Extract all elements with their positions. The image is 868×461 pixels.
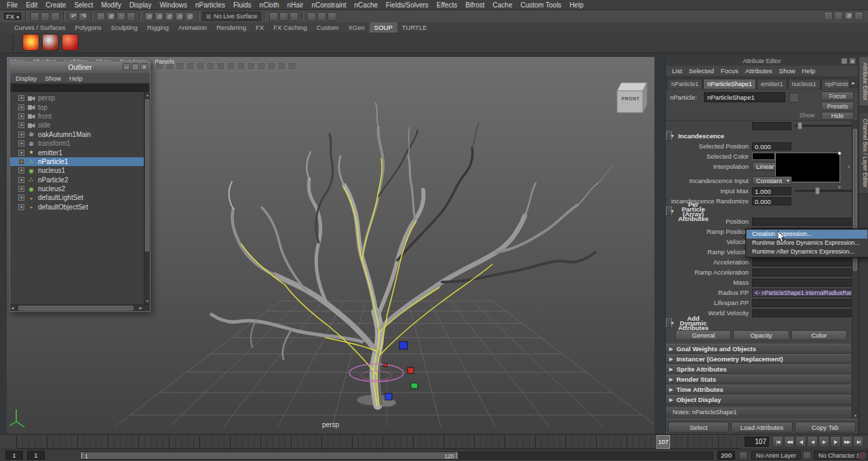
ae-menu-help[interactable]: Help xyxy=(799,67,819,75)
outliner-item-oakautumn1main[interactable]: ⊕ oakAutumn1Main xyxy=(10,130,150,139)
instancer-section-header[interactable]: Instancer (Geometry Replacement) xyxy=(666,354,851,364)
menu-create[interactable]: Create xyxy=(41,0,70,10)
outliner-titlebar[interactable]: Outliner xyxy=(10,62,150,73)
scroll-right-icon[interactable] xyxy=(139,306,142,310)
range-slider-track[interactable]: 1 120 xyxy=(80,452,713,460)
maximize-icon[interactable] xyxy=(841,58,848,64)
shelf-tab-custom[interactable]: Custom xyxy=(312,22,344,33)
outliner-item-nparticle1[interactable]: ∴ nParticle1 xyxy=(10,157,150,166)
world-velocity-field[interactable] xyxy=(752,309,852,317)
menu-select[interactable]: Select xyxy=(70,0,97,10)
animation-end-field[interactable]: 200 xyxy=(717,451,735,460)
shelf-tab-polygons[interactable]: Polygons xyxy=(71,22,106,33)
mass-field[interactable] xyxy=(752,279,852,287)
expand-icon[interactable] xyxy=(18,95,24,101)
outliner-item-emitter1[interactable]: ★ emitter1 xyxy=(10,148,150,157)
scroll-left-icon[interactable] xyxy=(11,306,14,310)
live-surface-indicator[interactable]: No Live Surface xyxy=(202,12,261,21)
save-scene-icon[interactable] xyxy=(51,12,60,21)
close-icon[interactable] xyxy=(140,63,148,71)
attribute-editor-titlebar[interactable]: Attribute Editor xyxy=(666,57,858,66)
shelf-tab-sculpting[interactable]: Sculpting xyxy=(106,22,142,33)
outliner-item-defaultobjectset[interactable]: ◒ defaultObjectSet xyxy=(10,203,150,212)
sidebar-tab-channel-box[interactable]: Channel Box / Layer Editor xyxy=(859,113,868,194)
scroll-up-icon[interactable] xyxy=(144,92,150,98)
tab-nparticle1[interactable]: nParticle1 xyxy=(667,79,703,89)
snap-to-viewplane-icon[interactable] xyxy=(185,12,194,21)
per-particle-section-header[interactable]: Per Particle (Array) Attributes xyxy=(666,206,672,216)
step-back-key-button[interactable]: ◀◀ xyxy=(784,436,795,447)
time-slider[interactable]: 107 107 |◀ ◀◀ ◀| ◀ ▶ |▶ ▶▶ ▶| xyxy=(0,434,868,449)
view-cube[interactable]: FRONT xyxy=(616,81,650,118)
menu-ncloth[interactable]: nCloth xyxy=(256,0,283,10)
incandescence-section-header[interactable]: Incandescence xyxy=(666,131,672,141)
ae-menu-attributes[interactable]: Attributes xyxy=(742,67,776,75)
add-dynamic-attributes-header[interactable]: Add Dynamic Attributes xyxy=(666,318,672,328)
outliner-item-defaultlightset[interactable]: ◒ defaultLightSet xyxy=(10,193,150,202)
selection-mask-render-icon[interactable] xyxy=(127,12,136,21)
ae-menu-selected[interactable]: Selected xyxy=(686,67,717,75)
selection-mask-hierarchy-icon[interactable] xyxy=(96,12,105,21)
expand-icon[interactable] xyxy=(18,195,24,201)
new-scene-icon[interactable] xyxy=(31,12,39,21)
attribute-value-field[interactable] xyxy=(752,122,791,130)
select-button[interactable]: Select xyxy=(668,422,729,433)
menu-display[interactable]: Display xyxy=(125,0,156,10)
step-back-frame-button[interactable]: ◀| xyxy=(795,436,806,447)
render-settings-icon[interactable] xyxy=(328,12,336,21)
expand-icon[interactable] xyxy=(18,204,24,210)
outliner-vertical-scrollbar[interactable] xyxy=(144,92,150,304)
menu-item-runtime-before-expression[interactable]: Runtime Before Dynamics Expression... xyxy=(747,239,867,247)
open-scene-icon[interactable] xyxy=(41,12,50,21)
shelf-tab-fx[interactable]: FX xyxy=(251,22,269,33)
notes-section-header[interactable]: Notes: nParticleShape1 xyxy=(666,407,851,416)
general-button[interactable]: General xyxy=(675,330,731,340)
outliner-item-side[interactable]: side xyxy=(10,121,150,129)
outliner-menu-help[interactable]: Help xyxy=(65,75,87,82)
shelf-tab-xgen[interactable]: XGen xyxy=(344,22,370,33)
snap-to-curve-icon[interactable] xyxy=(155,12,163,21)
object-display-section-header[interactable]: Object Display xyxy=(666,395,851,405)
color-button[interactable]: Color xyxy=(791,330,847,340)
character-set-icon[interactable] xyxy=(803,452,811,460)
menu-bifrost[interactable]: Bifrost xyxy=(461,0,488,10)
menu-item-creation-expression[interactable]: Creation Expression... xyxy=(747,230,867,239)
expand-icon[interactable] xyxy=(18,177,24,183)
outliner-item-nparticle2[interactable]: ∴ nParticle2 xyxy=(10,176,150,184)
sidebar-tab-attribute-editor[interactable]: Attribute Editor xyxy=(859,57,868,106)
go-to-end-button[interactable]: ▶| xyxy=(853,436,864,447)
selected-color-swatch[interactable] xyxy=(752,153,775,160)
menu-file[interactable]: File xyxy=(3,0,22,10)
current-frame-field[interactable]: 107 xyxy=(745,437,769,447)
expand-icon[interactable] xyxy=(18,159,24,165)
outliner-horizontal-scrollbar[interactable] xyxy=(10,304,150,311)
tab-scroll-right-icon[interactable] xyxy=(848,78,858,88)
viewport-toolbar-icon[interactable] xyxy=(206,62,215,71)
ae-menu-list[interactable]: List xyxy=(669,67,686,75)
outliner-menu-show[interactable]: Show xyxy=(41,75,65,82)
panel-menu-panels[interactable]: Panels xyxy=(151,57,178,66)
menu-effects[interactable]: Effects xyxy=(433,0,461,10)
outliner-item-transform1[interactable]: ⊕ transform1 xyxy=(10,139,150,148)
undo-icon[interactable] xyxy=(68,12,77,21)
radius-pp-field[interactable]: <- nParticleShape1.internalRadiusRamp xyxy=(752,289,852,297)
outliner-menu-display[interactable]: Display xyxy=(12,75,41,82)
maximize-icon[interactable] xyxy=(132,63,139,71)
shelf-tab-soup[interactable]: SOUP xyxy=(370,22,397,33)
sprite-attributes-section-header[interactable]: Sprite Attributes xyxy=(666,364,851,374)
snap-to-grid-icon[interactable] xyxy=(144,12,153,21)
expand-icon[interactable] xyxy=(18,186,24,192)
channel-box-toggle-icon[interactable] xyxy=(844,12,853,20)
outliner-item-front[interactable]: front xyxy=(10,112,150,121)
tab-emitter1[interactable]: emitter1 xyxy=(757,79,787,89)
show-button[interactable]: Show xyxy=(795,112,818,120)
menu-modify[interactable]: Modify xyxy=(97,0,125,10)
selection-mask-component-icon[interactable] xyxy=(117,12,125,21)
anim-layer-selector[interactable]: No Anim Layer xyxy=(751,451,801,460)
attribute-editor-toggle-icon[interactable] xyxy=(824,12,833,20)
tool-settings-toggle-icon[interactable] xyxy=(834,12,843,20)
ramp-next-icon[interactable] xyxy=(848,163,850,170)
scroll-down-icon[interactable] xyxy=(852,413,858,419)
scrollbar-thumb[interactable] xyxy=(18,306,134,310)
viewport-toolbar-icon[interactable] xyxy=(288,62,296,71)
